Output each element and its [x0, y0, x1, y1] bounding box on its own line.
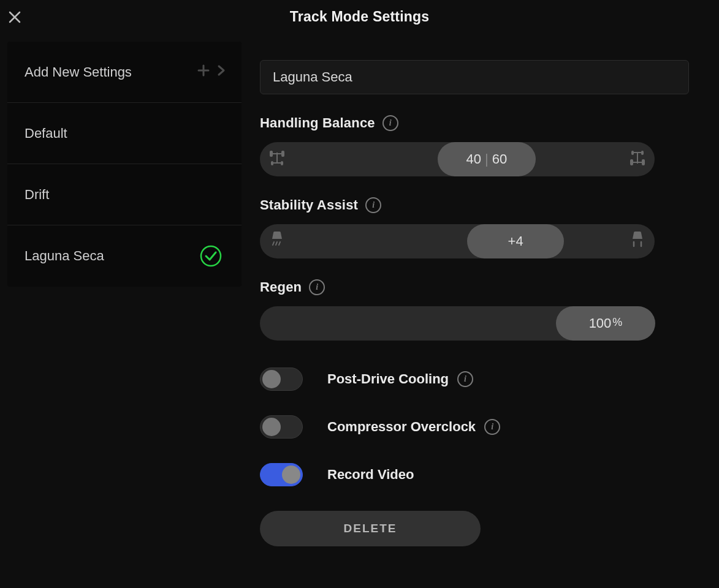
- profiles-sidebar: Add New Settings Default Drift Laguna Se…: [7, 42, 242, 287]
- balance-separator: |: [485, 151, 489, 167]
- front-bias-icon: [268, 149, 286, 170]
- stability-assist-slider[interactable]: +4: [260, 224, 655, 258]
- record-video-label: Record Video: [327, 467, 414, 483]
- plus-icon: [196, 63, 211, 81]
- regen-unit: %: [612, 316, 622, 329]
- toggles-group: Post-Drive Cooling i Compressor Overcloc…: [260, 368, 689, 486]
- delete-button[interactable]: DELETE: [260, 511, 481, 546]
- handling-rear-value: 60: [492, 151, 507, 167]
- info-icon[interactable]: i: [365, 197, 381, 213]
- regen-value: 100: [589, 315, 612, 331]
- profile-name-input[interactable]: [260, 60, 689, 94]
- sidebar-item-label: Add New Settings: [25, 64, 132, 80]
- rear-bias-icon: [629, 149, 646, 170]
- sidebar-item-default[interactable]: Default: [7, 103, 242, 164]
- compressor-overclock-label: Compressor Overclock: [327, 419, 476, 435]
- post-drive-cooling-toggle[interactable]: [260, 368, 303, 391]
- sidebar-item-label: Default: [25, 126, 67, 141]
- stability-assist-label: Stability Assist: [260, 197, 358, 213]
- delete-label: DELETE: [344, 522, 397, 535]
- handling-balance-slider[interactable]: 40 | 60: [260, 142, 655, 176]
- compressor-overclock-toggle[interactable]: [260, 415, 303, 439]
- handling-balance-thumb[interactable]: 40 | 60: [438, 142, 536, 176]
- low-stability-icon: [268, 230, 286, 252]
- regen-section: Regen i 100%: [260, 279, 689, 341]
- profile-editor: Handling Balance i 40 | 60 Stabili: [260, 60, 689, 546]
- high-stability-icon: [629, 230, 646, 252]
- info-icon[interactable]: i: [309, 279, 325, 295]
- info-icon[interactable]: i: [484, 419, 500, 435]
- sidebar-item-laguna-seca[interactable]: Laguna Seca: [7, 225, 242, 287]
- svg-point-0: [201, 246, 221, 266]
- sidebar-item-label: Laguna Seca: [25, 248, 104, 264]
- handling-balance-section: Handling Balance i 40 | 60: [260, 115, 689, 176]
- sidebar-item-drift[interactable]: Drift: [7, 164, 242, 225]
- page-title: Track Mode Settings: [0, 9, 719, 25]
- regen-label: Regen: [260, 279, 302, 295]
- stability-assist-thumb[interactable]: +4: [467, 224, 564, 258]
- add-new-settings-button[interactable]: Add New Settings: [7, 42, 242, 103]
- handling-balance-label: Handling Balance: [260, 115, 375, 131]
- chevron-right-icon: [216, 63, 227, 81]
- checkmark-icon: [200, 245, 222, 267]
- regen-thumb[interactable]: 100%: [556, 306, 655, 341]
- record-video-toggle[interactable]: [260, 463, 303, 486]
- stability-assist-section: Stability Assist i +4: [260, 197, 689, 258]
- stability-value: +4: [508, 233, 523, 249]
- regen-slider[interactable]: 100%: [260, 306, 655, 341]
- post-drive-cooling-label: Post-Drive Cooling: [327, 371, 449, 387]
- sidebar-item-label: Drift: [25, 187, 49, 203]
- info-icon[interactable]: i: [457, 371, 473, 387]
- handling-front-value: 40: [466, 151, 481, 167]
- info-icon[interactable]: i: [382, 115, 398, 131]
